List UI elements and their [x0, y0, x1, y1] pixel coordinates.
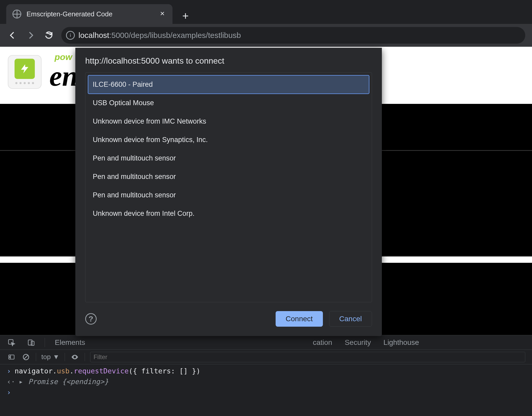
cancel-button[interactable]: Cancel [329, 311, 372, 327]
url-path: :5000/deps/libusb/examples/testlibusb [109, 31, 241, 39]
device-item[interactable]: Pen and multitouch sensor [88, 186, 369, 204]
bolt-icon [15, 59, 35, 79]
url-host: localhost [78, 31, 109, 39]
device-item[interactable]: Pen and multitouch sensor [88, 167, 369, 186]
prompt-caret-icon: › [7, 388, 11, 396]
console-prompt-line[interactable]: › [7, 388, 525, 396]
connect-button[interactable]: Connect [276, 311, 323, 327]
dialog-footer: ? Connect Cancel [85, 311, 372, 327]
dialog-title: http://localhost:5000 wants to connect [85, 56, 372, 66]
console-toolbar: top ▼ [0, 350, 532, 364]
devtools-tabs: Elements Console Sources Network Perform… [0, 335, 532, 350]
devtools-tab-security[interactable]: Security [344, 335, 372, 350]
device-list: ILCE-6600 - Paired USB Optical Mouse Unk… [85, 72, 372, 302]
svg-point-0 [70, 33, 71, 34]
device-item[interactable]: Unknown device from Synaptics, Inc. [88, 131, 369, 149]
globe-icon [12, 10, 21, 18]
context-label: top [41, 353, 51, 361]
forward-button[interactable] [25, 30, 36, 41]
live-expression-icon[interactable] [70, 352, 79, 362]
tab-title: Emscripten-Generated Code [26, 10, 112, 18]
close-tab-icon[interactable]: × [158, 10, 166, 18]
device-item[interactable]: ILCE-6600 - Paired [88, 75, 369, 94]
console-sidebar-toggle-icon[interactable] [7, 352, 16, 362]
svg-line-9 [24, 355, 28, 359]
console-code: navigator.usb.requestDevice({ filters: [… [15, 367, 200, 375]
back-button[interactable] [7, 30, 18, 41]
execution-context-selector[interactable]: top ▼ [41, 353, 59, 361]
expand-triangle-icon[interactable]: ▸ [19, 378, 23, 386]
svg-rect-1 [70, 35, 71, 37]
address-bar[interactable]: localhost:5000/deps/libusb/examples/test… [61, 27, 525, 44]
device-item[interactable]: Unknown device from Intel Corp. [88, 204, 369, 223]
console-output[interactable]: › navigator.usb.requestDevice({ filters:… [0, 364, 532, 416]
svg-marker-7 [10, 356, 10, 358]
device-item[interactable]: Unknown device from IMC Networks [88, 112, 369, 131]
emscripten-text-fragment: en [49, 60, 78, 93]
console-result: Promise {<pending>} [28, 378, 109, 386]
devtools-panel: Elements Console Sources Network Perform… [0, 335, 532, 416]
devtools-tab-lighthouse[interactable]: Lighthouse [382, 335, 420, 350]
devtools-tab-elements[interactable]: Elements [54, 335, 86, 350]
device-item[interactable]: USB Optical Mouse [88, 94, 369, 112]
site-info-icon[interactable] [66, 31, 75, 40]
help-icon[interactable]: ? [85, 313, 97, 325]
svg-rect-3 [28, 340, 32, 345]
clear-console-icon[interactable] [21, 352, 31, 362]
inspect-element-icon[interactable] [7, 338, 16, 347]
devtools-tab-application-fragment[interactable]: cation [302, 335, 333, 350]
tab-strip: Emscripten-Generated Code × + [0, 0, 532, 24]
console-input-line: › navigator.usb.requestDevice({ filters:… [7, 367, 525, 375]
url-text: localhost:5000/deps/libusb/examples/test… [78, 31, 241, 40]
console-output-line: ‹· ▸ Promise {<pending>} [7, 378, 525, 386]
new-tab-button[interactable]: + [178, 8, 193, 24]
page-viewport: pow en http://localhost:5000 wants to co… [0, 47, 532, 335]
device-item[interactable]: Pen and multitouch sensor [88, 149, 369, 167]
browser-toolbar: localhost:5000/deps/libusb/examples/test… [0, 24, 532, 47]
reload-button[interactable] [43, 30, 55, 41]
emscripten-logo [8, 55, 42, 89]
output-caret-icon: ‹· [7, 378, 15, 386]
input-caret-icon: › [7, 367, 11, 375]
console-filter-input[interactable] [90, 352, 525, 362]
browser-tab[interactable]: Emscripten-Generated Code × [6, 4, 172, 24]
device-toolbar-icon[interactable] [26, 338, 36, 347]
usb-permission-dialog: http://localhost:5000 wants to connect I… [75, 48, 382, 336]
chevron-down-icon: ▼ [53, 353, 59, 361]
